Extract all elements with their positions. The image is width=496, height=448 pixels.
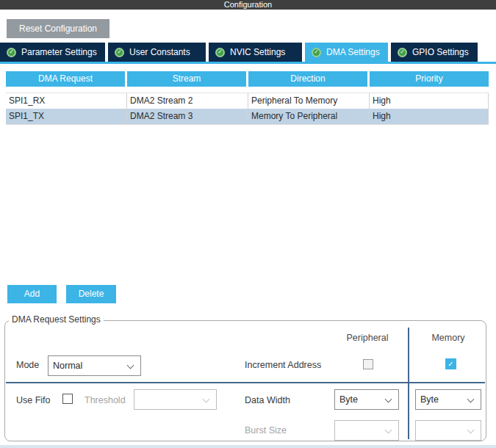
cell-priority: High bbox=[370, 93, 489, 109]
column-header-priority[interactable]: Priority bbox=[370, 71, 489, 87]
increment-address-memory-checkbox[interactable]: ✓ bbox=[445, 358, 456, 369]
dma-table-body: SPI1_RX DMA2 Stream 2 Peripheral To Memo… bbox=[6, 93, 489, 125]
chevron-down-icon bbox=[467, 427, 475, 434]
chevron-down-icon bbox=[467, 396, 475, 403]
table-row[interactable]: SPI1_TX DMA2 Stream 3 Memory To Peripher… bbox=[6, 109, 489, 124]
memory-column-header: Memory bbox=[415, 333, 481, 343]
data-width-memory-select[interactable]: Byte bbox=[415, 389, 481, 410]
mode-label: Mode bbox=[16, 360, 39, 370]
delete-button[interactable]: Delete bbox=[66, 285, 116, 303]
table-row[interactable]: SPI1_RX DMA2 Stream 2 Peripheral To Memo… bbox=[6, 93, 489, 109]
dma-request-settings-panel bbox=[4, 320, 486, 441]
cell-stream: DMA2 Stream 2 bbox=[127, 93, 248, 109]
tab-label: Parameter Settings bbox=[21, 47, 97, 57]
add-button[interactable]: Add bbox=[7, 285, 57, 303]
tab-nvic-settings[interactable]: ✓ NVIC Settings bbox=[209, 43, 302, 62]
check-circle-icon: ✓ bbox=[7, 48, 16, 57]
tab-dma-settings[interactable]: ✓ DMA Settings bbox=[305, 43, 388, 62]
settings-row-divider bbox=[6, 382, 485, 383]
peripheral-memory-divider bbox=[408, 328, 409, 439]
tab-gpio-settings[interactable]: ✓ GPIO Settings bbox=[391, 43, 478, 62]
increment-address-peripheral-checkbox[interactable]: ✓ bbox=[363, 359, 373, 369]
tab-label: DMA Settings bbox=[326, 47, 380, 57]
burst-size-memory-select bbox=[415, 420, 481, 441]
use-fifo-checkbox[interactable]: ✓ bbox=[62, 394, 73, 404]
active-tab-underline bbox=[0, 62, 496, 64]
column-header-dma-request[interactable]: DMA Request bbox=[6, 71, 125, 87]
check-icon: ✓ bbox=[448, 361, 453, 368]
tab-label: NVIC Settings bbox=[230, 47, 285, 57]
burst-size-peripheral-select bbox=[334, 420, 399, 441]
tab-label: GPIO Settings bbox=[412, 47, 469, 57]
dialog-title: Configuration bbox=[0, 0, 496, 10]
check-circle-icon: ✓ bbox=[398, 48, 407, 57]
threshold-label: Threshold bbox=[85, 395, 126, 405]
cell-priority: High bbox=[370, 109, 489, 124]
data-width-peripheral-value: Byte bbox=[339, 390, 358, 409]
tab-label: User Constants bbox=[129, 47, 190, 57]
cell-direction: Peripheral To Memory bbox=[248, 93, 370, 109]
mode-select[interactable]: Normal bbox=[48, 355, 141, 376]
settings-tab-bar: ✓ Parameter Settings ✓ User Constants ✓ … bbox=[0, 43, 478, 62]
chevron-down-icon bbox=[203, 396, 210, 403]
chevron-down-icon bbox=[127, 362, 134, 369]
use-fifo-label: Use Fifo bbox=[16, 395, 51, 405]
threshold-select bbox=[134, 389, 217, 410]
burst-size-label: Burst Size bbox=[245, 425, 287, 436]
check-circle-icon: ✓ bbox=[312, 48, 321, 57]
cell-stream: DMA2 Stream 3 bbox=[127, 109, 248, 124]
cell-direction: Memory To Peripheral bbox=[248, 109, 370, 124]
chevron-down-icon bbox=[385, 427, 392, 434]
dma-table-header: DMA Request Stream Direction Priority bbox=[6, 71, 489, 87]
column-header-direction[interactable]: Direction bbox=[248, 71, 367, 87]
chevron-down-icon bbox=[385, 396, 392, 403]
bottom-edge-strip bbox=[0, 445, 496, 448]
data-width-memory-value: Byte bbox=[420, 390, 439, 409]
configuration-dialog: Configuration Reset Configuration ✓ Para… bbox=[0, 0, 496, 448]
column-header-stream[interactable]: Stream bbox=[127, 71, 246, 87]
check-circle-icon: ✓ bbox=[115, 48, 124, 57]
tab-user-constants[interactable]: ✓ User Constants bbox=[108, 43, 206, 62]
check-circle-icon: ✓ bbox=[215, 48, 225, 57]
data-width-peripheral-select[interactable]: Byte bbox=[334, 389, 399, 410]
mode-select-value: Normal bbox=[53, 356, 82, 375]
tab-parameter-settings[interactable]: ✓ Parameter Settings bbox=[0, 43, 105, 62]
cell-dma-request: SPI1_RX bbox=[6, 93, 127, 109]
panel-title: DMA Request Settings bbox=[9, 314, 104, 325]
data-width-label: Data Width bbox=[245, 395, 290, 405]
increment-address-label: Increment Address bbox=[245, 360, 321, 370]
cell-dma-request: SPI1_TX bbox=[6, 109, 127, 124]
reset-configuration-button[interactable]: Reset Configuration bbox=[7, 19, 109, 38]
peripheral-column-header: Peripheral bbox=[334, 333, 400, 343]
